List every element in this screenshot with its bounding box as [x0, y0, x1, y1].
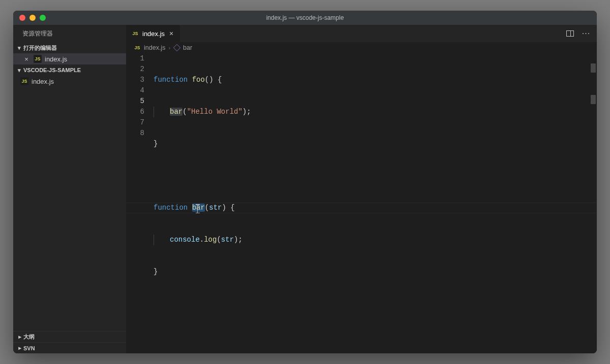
chevron-down-icon: ▾: [15, 66, 23, 74]
svn-label: SVN: [23, 345, 35, 351]
overview-ruler[interactable]: [590, 53, 597, 353]
tree-file-item[interactable]: JS index.js: [13, 76, 126, 87]
breadcrumb-symbol-label: bar: [183, 44, 192, 51]
folder-label: VSCODE-JS-SAMPLE: [23, 67, 81, 73]
text-cursor-icon: [197, 204, 198, 213]
tabbar: JS index.js × ···: [126, 25, 597, 42]
code-line[interactable]: [154, 171, 590, 181]
chevron-right-icon: ▾: [15, 344, 23, 352]
line-number: 2: [126, 64, 144, 75]
outline-section[interactable]: ▾ 大纲: [13, 331, 126, 342]
code-content[interactable]: function foo() { bar("Hello World"); } f…: [154, 53, 590, 353]
svn-section[interactable]: ▾ SVN: [13, 342, 126, 353]
chevron-down-icon: ▾: [15, 44, 23, 52]
open-editors-label: 打开的编辑器: [23, 44, 57, 52]
window-title: index.js — vscode-js-sample: [13, 14, 597, 21]
editor-area: JS index.js × ··· JS index.js ›: [126, 25, 597, 353]
tabbar-actions: ···: [559, 25, 597, 42]
js-file-icon: JS: [131, 29, 139, 38]
code-line[interactable]: [154, 299, 590, 309]
code-line[interactable]: }: [154, 267, 590, 277]
code-line[interactable]: function bar(str) {: [154, 203, 590, 213]
more-actions-icon[interactable]: ···: [582, 29, 591, 38]
breadcrumbs: JS index.js › bar: [126, 42, 597, 53]
js-file-icon: JS: [20, 77, 28, 85]
close-window-button[interactable]: [19, 15, 25, 21]
sidebar-spacer: [13, 87, 126, 331]
tab-label: index.js: [142, 30, 165, 38]
line-number-gutter: 1 2 3 4 5 6 7 8: [126, 53, 154, 353]
line-number: 5: [126, 96, 144, 107]
open-editors-section[interactable]: ▾ 打开的编辑器: [13, 42, 126, 53]
breadcrumb-file[interactable]: JS index.js: [133, 44, 165, 52]
line-number: 3: [126, 75, 144, 85]
code-line[interactable]: console.log(str);: [154, 235, 590, 245]
code-editor[interactable]: 1 2 3 4 5 6 7 8 function foo() { bar("He…: [126, 53, 597, 353]
tab-index-js[interactable]: JS index.js ×: [126, 25, 180, 42]
line-number: 4: [126, 85, 144, 96]
app-window: index.js — vscode-js-sample 资源管理器 ▾ 打开的编…: [13, 11, 597, 353]
open-editor-item[interactable]: × JS index.js: [13, 53, 126, 64]
tabbar-spacer: [180, 25, 559, 42]
line-number: 8: [126, 128, 144, 139]
zoom-window-button[interactable]: [40, 15, 46, 21]
code-line[interactable]: bar("Hello World");: [154, 107, 590, 117]
js-file-icon: JS: [133, 44, 141, 52]
line-number: 1: [126, 53, 144, 64]
js-file-icon: JS: [34, 55, 42, 63]
overview-mark: [591, 63, 596, 73]
explorer-title: 资源管理器: [13, 25, 126, 42]
close-icon[interactable]: ×: [22, 56, 30, 62]
line-number: 7: [126, 117, 144, 128]
explorer-sidebar: 资源管理器 ▾ 打开的编辑器 × JS index.js ▾ VSCODE-JS…: [13, 25, 126, 353]
open-editor-filename: index.js: [45, 55, 67, 63]
code-line[interactable]: }: [154, 139, 590, 149]
breadcrumb-file-label: index.js: [144, 44, 165, 51]
tree-filename: index.js: [32, 78, 54, 85]
line-number: 6: [126, 107, 144, 117]
split-editor-icon[interactable]: [565, 29, 574, 38]
window-controls: [13, 15, 46, 21]
close-icon[interactable]: ×: [168, 30, 175, 37]
chevron-right-icon: ›: [168, 45, 170, 51]
workbench: 资源管理器 ▾ 打开的编辑器 × JS index.js ▾ VSCODE-JS…: [13, 25, 597, 353]
titlebar[interactable]: index.js — vscode-js-sample: [13, 11, 597, 25]
chevron-right-icon: ▾: [15, 333, 23, 341]
outline-label: 大纲: [23, 333, 35, 341]
code-line[interactable]: function foo() {: [154, 75, 590, 85]
method-icon: [173, 44, 180, 51]
overview-mark: [591, 95, 596, 104]
folder-section[interactable]: ▾ VSCODE-JS-SAMPLE: [13, 64, 126, 76]
minimize-window-button[interactable]: [29, 15, 36, 21]
breadcrumb-symbol[interactable]: bar: [173, 44, 192, 51]
